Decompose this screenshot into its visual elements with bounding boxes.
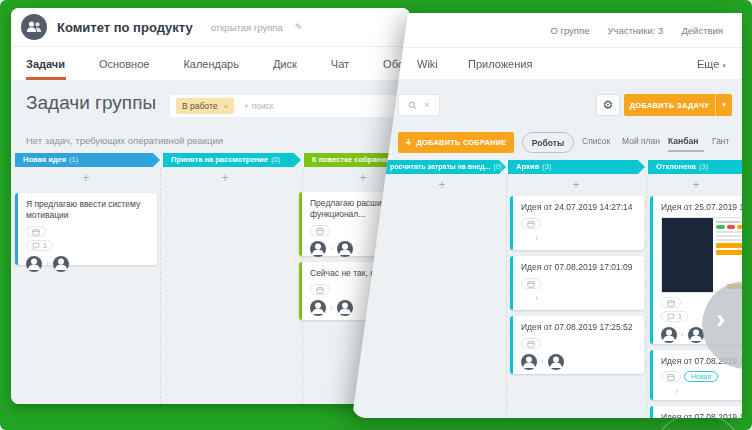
add-task-button[interactable]: ДОБАВИТЬ ЗАДАЧУ ▾ (624, 94, 732, 116)
app-window-front: О группе Участники: 3 Действия Wiki Прил… (352, 13, 742, 418)
card-title: Идея от 07.08.2019 17:01:09 (521, 262, 636, 273)
chevron-icon: › (46, 260, 49, 268)
card-title: Я предлагаю ввести систему мотивации (26, 199, 149, 221)
members-link[interactable]: Участники: 3 (607, 25, 663, 36)
favorite-star-icon[interactable]: ☆ (135, 96, 147, 111)
tab-more[interactable]: Еще ▾ (697, 58, 726, 70)
column-header-new-idea[interactable]: Новая идея(1) (15, 153, 160, 167)
add-card-button[interactable]: + (430, 179, 454, 193)
view-kanban[interactable]: Канбан (668, 136, 698, 146)
deadline-badge[interactable] (661, 371, 681, 382)
status-badge-new: Новая (684, 371, 718, 382)
author-avatar[interactable] (310, 300, 326, 316)
tab-general[interactable]: Основное (99, 58, 149, 70)
tab-wiki[interactable]: Wiki (417, 58, 438, 70)
column-header-estimate[interactable]: росчитать затраты на внед...(0) (372, 160, 506, 174)
column-header-archive[interactable]: Архив(3) (508, 160, 645, 174)
kanban-card-idea[interactable]: Я предлагаю ввести систему мотивации 1 (15, 193, 157, 265)
assignee-avatar[interactable] (53, 256, 69, 272)
group-type-label[interactable]: открытая группа (211, 22, 283, 33)
group-header-right: О группе Участники: 3 Действия (352, 13, 742, 48)
column-count: (3) (699, 162, 708, 171)
search-icon[interactable] (408, 101, 417, 110)
filter-tag-in-progress[interactable]: В работе × (176, 98, 234, 114)
tab-drive[interactable]: Диск (273, 58, 297, 70)
column-count: (1) (69, 155, 78, 164)
tab-chat[interactable]: Чат (331, 58, 349, 70)
caret-down-icon: ▾ (722, 101, 726, 109)
attachments-count: 1 (678, 313, 682, 320)
comments-badge[interactable]: 1 (26, 240, 53, 251)
app-window-front-wrap: О группе Участники: 3 Действия Wiki Прил… (352, 13, 742, 418)
search-box-end[interactable]: × (398, 94, 440, 116)
add-card-button[interactable]: + (74, 172, 98, 186)
tab-apps[interactable]: Приложения (468, 58, 532, 70)
tab-calendar[interactable]: Календарь (183, 58, 239, 70)
view-my-plan[interactable]: Мой план (622, 136, 660, 146)
deadline-badge[interactable] (26, 226, 46, 237)
column-count: (3) (542, 162, 551, 171)
author-avatar[interactable] (521, 354, 537, 370)
column-header-rejected[interactable]: Отклонена(3) (648, 160, 752, 174)
remove-filter-icon[interactable]: × (223, 102, 228, 111)
nav-tabs: Задачи Основное Календарь Диск Чат Обсуж… (11, 47, 410, 80)
deadline-badge[interactable] (310, 284, 330, 295)
column-separator (646, 175, 647, 418)
calendar-icon (527, 340, 535, 348)
kanban-card-archive-2[interactable]: Идея от 07.08.2019 17:01:09 › (510, 256, 644, 310)
assignee-avatar[interactable] (337, 300, 353, 316)
assignee-avatar[interactable] (337, 241, 353, 257)
attachments-badge[interactable]: 1 (661, 311, 688, 322)
caret-down-icon: ▾ (722, 62, 726, 69)
active-view-underline (668, 150, 704, 152)
calendar-icon (667, 373, 675, 381)
author-avatar[interactable] (26, 256, 42, 272)
add-card-button[interactable]: + (564, 179, 588, 193)
view-gantt[interactable]: Гант (712, 136, 729, 146)
add-card-button[interactable]: + (213, 172, 237, 186)
tab-tasks[interactable]: Задачи (26, 58, 65, 70)
robots-button[interactable]: Роботы (522, 132, 574, 153)
view-list[interactable]: Список (582, 136, 610, 146)
card-title: Идея от 24.07.2019 14:27:14 (521, 202, 636, 213)
chevron-icon: › (330, 245, 333, 253)
chat-icon (667, 313, 675, 321)
expand-chevron-icon[interactable]: › (535, 293, 636, 303)
add-task-dropdown[interactable]: ▾ (715, 94, 732, 116)
search-input[interactable] (242, 100, 362, 112)
preview-line (716, 239, 749, 241)
pill-red (727, 225, 736, 229)
group-icon (26, 20, 42, 34)
settings-button[interactable]: ⚙ (596, 94, 620, 116)
deadline-badge[interactable] (521, 338, 541, 349)
clear-search-icon[interactable]: × (424, 100, 429, 110)
kanban-card-archive-1[interactable]: Идея от 24.07.2019 14:27:14 › (510, 196, 644, 250)
edit-pencil-icon[interactable]: ✎ (295, 22, 303, 32)
screenshot-frame: Комитет по продукту открытая группа ✎ За… (0, 0, 752, 430)
column-header-under-review[interactable]: Принята на рассмотрение(0) (163, 153, 301, 167)
deadline-badge[interactable] (310, 225, 330, 236)
deadline-badge[interactable] (661, 297, 681, 308)
nav-tabs-right: Wiki Приложения Еще ▾ (352, 48, 742, 80)
group-avatar[interactable] (21, 14, 47, 40)
deadline-badge[interactable] (521, 278, 541, 289)
actions-link[interactable]: Действия (681, 25, 723, 36)
chevron-icon: › (681, 331, 684, 339)
chevron-right-icon: › (716, 305, 725, 333)
calendar-icon (527, 280, 535, 288)
expand-chevron-icon[interactable]: › (675, 386, 746, 396)
assignee-avatar[interactable] (548, 354, 564, 370)
calendar-icon (316, 227, 324, 235)
preview-status-pills (716, 225, 752, 229)
about-group-link[interactable]: О группе (550, 25, 589, 36)
add-card-button[interactable]: + (684, 179, 708, 193)
add-meeting-label: ДОБАВИТЬ СОБРАНИЕ (417, 138, 507, 147)
add-meeting-button[interactable]: + ДОБАВИТЬ СОБРАНИЕ (398, 132, 514, 153)
kanban-card-archive-3[interactable]: Идея от 07.08.2019 17:25:52 › (510, 316, 644, 374)
author-avatar[interactable] (661, 327, 677, 343)
deadline-badge[interactable] (521, 218, 541, 229)
preview-line (716, 221, 741, 223)
group-title: Комитет по продукту (57, 20, 193, 35)
author-avatar[interactable] (310, 241, 326, 257)
expand-chevron-icon[interactable]: › (535, 233, 636, 243)
